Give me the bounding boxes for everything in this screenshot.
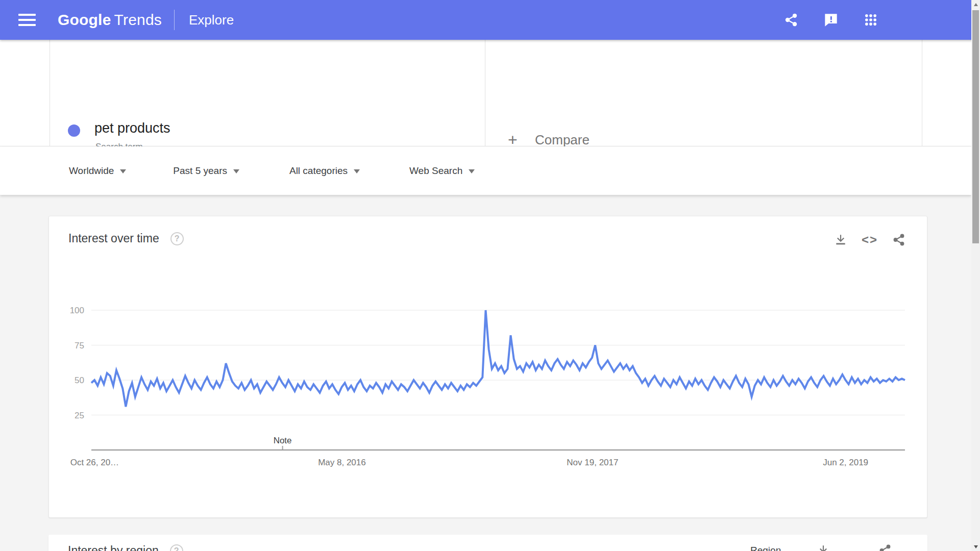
header-divider [174,10,175,30]
logo-google: Google [58,11,111,28]
filter-bar: Worldwide Past 5 years All categories We… [0,146,971,195]
category-filter-dropdown[interactable]: All categories [289,165,360,177]
help-icon[interactable]: ? [170,232,184,245]
search-type-filter-label: Web Search [409,165,462,177]
app-bar: GoogleTrends Explore [0,0,980,40]
share-icon[interactable] [784,13,798,27]
series-color-dot [68,124,80,137]
region-dropdown-label: Region [750,545,781,551]
page-title: Explore [189,12,234,28]
scrollbar-up-arrow-icon[interactable] [971,0,980,9]
scrollbar-thumb[interactable] [972,10,979,243]
menu-icon[interactable] [18,14,36,26]
time-filter-label: Past 5 years [173,165,227,177]
svg-text:Jun 2, 2019: Jun 2, 2019 [823,458,868,467]
interest-over-time-card: Interest over time ? <> 100755025NoteOct… [48,216,927,518]
download-icon[interactable] [834,233,847,246]
chevron-down-icon [233,169,239,173]
category-filter-label: All categories [289,165,348,177]
chevron-down-icon [120,169,126,173]
page-scrollbar[interactable] [971,0,980,551]
google-trends-logo[interactable]: GoogleTrends [58,11,162,29]
svg-text:Oct 26, 20…: Oct 26, 20… [70,458,119,467]
region-dropdown[interactable]: Region [750,545,786,551]
time-filter-dropdown[interactable]: Past 5 years [173,165,239,177]
geo-filter-label: Worldwide [69,165,114,177]
search-type-filter-dropdown[interactable]: Web Search [409,165,475,177]
svg-text:25: 25 [75,411,84,420]
download-icon[interactable] [817,544,830,551]
share-icon[interactable] [892,233,905,246]
chevron-down-icon [354,169,360,173]
search-terms-row: pet products Search term + Compare [0,40,971,146]
apps-grid-icon[interactable] [864,13,878,27]
card-title: Interest by region [68,544,159,551]
embed-icon[interactable]: <> [862,233,878,247]
interest-by-region-card: Interest by region ? Region [48,535,927,551]
card-title: Interest over time [68,232,159,245]
share-icon[interactable] [878,544,892,551]
svg-text:50: 50 [75,375,84,385]
logo-trends: Trends [114,11,162,28]
svg-text:75: 75 [75,341,84,350]
svg-text:May 8, 2016: May 8, 2016 [318,458,366,467]
compare-add-input[interactable]: Compare [535,132,590,148]
search-term-value[interactable]: pet products [94,120,170,136]
svg-text:Note: Note [274,436,292,445]
feedback-icon[interactable] [824,13,838,27]
interest-line-chart[interactable]: 100755025NoteOct 26, 20…May 8, 2016Nov 1… [59,291,917,495]
svg-text:100: 100 [70,306,84,315]
svg-text:Nov 19, 2017: Nov 19, 2017 [567,458,618,467]
scrollbar-down-arrow-icon[interactable] [971,542,980,551]
geo-filter-dropdown[interactable]: Worldwide [69,165,126,177]
chevron-down-icon [469,169,475,173]
help-icon[interactable]: ? [170,544,183,551]
